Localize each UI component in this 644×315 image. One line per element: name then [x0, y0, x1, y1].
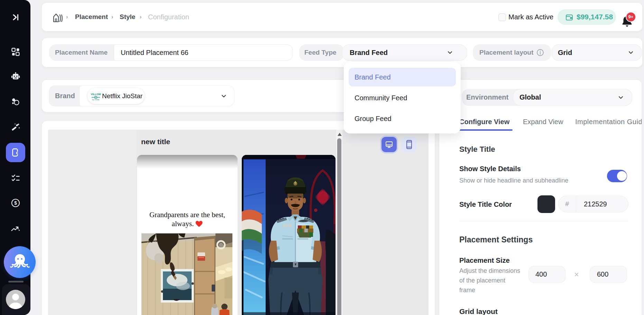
svg-text:VILLOW: VILLOW: [91, 93, 101, 96]
svg-text:$: $: [14, 200, 17, 206]
svg-text:by media: by media: [92, 99, 100, 101]
